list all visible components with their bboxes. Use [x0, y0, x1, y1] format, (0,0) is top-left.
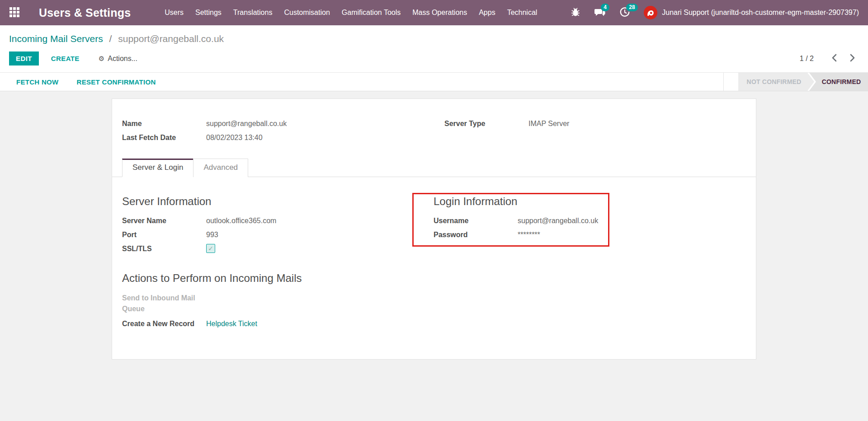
user-name-label: Junari Support (junariltd-osh-customer-e… — [662, 9, 859, 17]
password-value: ******** — [518, 230, 540, 240]
breadcrumb: Incoming Mail Servers / support@rangebal… — [0, 32, 868, 45]
field-name: Name support@rangeball.co.uk — [122, 119, 434, 129]
apps-grid-icon — [9, 7, 20, 19]
server-name-label: Server Name — [122, 216, 206, 226]
junari-logo-icon — [644, 6, 657, 19]
form-sheet: Name support@rangeball.co.uk Last Fetch … — [112, 98, 756, 360]
menu-item-settings[interactable]: Settings — [189, 0, 227, 25]
menu-item-translations[interactable]: Translations — [227, 0, 278, 25]
breadcrumb-incoming-mail-servers[interactable]: Incoming Mail Servers — [9, 33, 103, 44]
top-navbar: Users & Settings Users Settings Translat… — [0, 0, 868, 25]
tab-server-and-login[interactable]: Server & Login — [122, 159, 193, 177]
activities-count-badge: 28 — [626, 4, 637, 11]
username-label: Username — [434, 216, 518, 226]
top-field-group: Name support@rangeball.co.uk Last Fetch … — [112, 99, 756, 147]
create-new-record-label: Create a New Record — [122, 319, 206, 329]
breadcrumb-current-record: support@rangeball.co.uk — [118, 33, 224, 44]
top-field-group-left: Name support@rangeball.co.uk Last Fetch … — [122, 119, 434, 147]
record-pager: 1 / 2 — [800, 53, 858, 65]
name-value: support@rangeball.co.uk — [206, 119, 287, 129]
port-label: Port — [122, 230, 206, 240]
field-username: Username support@rangeball.co.uk — [434, 216, 745, 226]
menu-item-technical[interactable]: Technical — [501, 0, 543, 25]
debug-menu-button[interactable] — [571, 7, 580, 19]
status-step-confirmed[interactable]: CONFIRMED — [809, 73, 868, 91]
field-server-type: Server Type IMAP Server — [444, 119, 745, 129]
chevron-left-icon — [832, 54, 837, 63]
app-title[interactable]: Users & Settings — [39, 6, 131, 19]
app-menu: Users Settings Translations Customisatio… — [159, 0, 543, 25]
menu-item-apps[interactable]: Apps — [473, 0, 501, 25]
inbound-mail-queue-label: Send to Inbound Mail Queue — [122, 293, 208, 314]
user-menu-button[interactable]: Junari Support (junariltd-osh-customer-e… — [644, 6, 859, 19]
last-fetch-date-label: Last Fetch Date — [122, 133, 206, 143]
tab-content-server-and-login: Server Information Server Name outlook.o… — [112, 177, 756, 333]
menu-item-gamification-tools[interactable]: Gamification Tools — [336, 0, 406, 25]
pager-next-button[interactable] — [846, 53, 858, 65]
last-fetch-date-value: 08/02/2023 13:40 — [206, 133, 263, 143]
form-statusbar: FETCH NOW RESET CONFIRMATION NOT CONFIRM… — [0, 72, 868, 91]
control-panel: Incoming Mail Servers / support@rangebal… — [0, 25, 868, 72]
activities-menu-button[interactable]: 28 — [619, 7, 630, 19]
actions-menu-button[interactable]: ⚙ Actions... — [99, 55, 137, 63]
login-information-column: Login Information Username support@range… — [434, 177, 745, 333]
breadcrumb-separator: / — [109, 33, 112, 44]
field-ssl-tls: SSL/TLS ✓ — [122, 244, 434, 254]
status-step-not-confirmed[interactable]: NOT CONFIRMED — [738, 73, 814, 91]
messages-count-badge: 4 — [601, 4, 609, 11]
field-port: Port 993 — [122, 230, 434, 240]
menu-item-users[interactable]: Users — [159, 0, 189, 25]
edit-button[interactable]: EDIT — [9, 51, 39, 65]
bug-icon — [571, 7, 580, 19]
menu-item-mass-operations[interactable]: Mass Operations — [406, 0, 473, 25]
menu-item-customisation[interactable]: Customisation — [278, 0, 335, 25]
gear-icon: ⚙ — [99, 55, 104, 63]
control-panel-buttons: EDIT CREATE ⚙ Actions... 1 / 2 — [0, 51, 868, 65]
server-name-value: outlook.office365.com — [206, 216, 276, 226]
helpdesk-ticket-link[interactable]: Helpdesk Ticket — [206, 319, 257, 329]
login-information-title: Login Information — [434, 195, 745, 208]
messages-menu-button[interactable]: 4 — [594, 7, 606, 19]
chevron-right-icon — [850, 54, 855, 63]
notebook-tabs: Server & Login Advanced — [112, 159, 756, 177]
field-password: Password ******** — [434, 230, 745, 240]
status-steps: NOT CONFIRMED CONFIRMED — [723, 73, 868, 91]
password-label: Password — [434, 230, 518, 240]
actions-section-title: Actions to Perform on Incoming Mails — [122, 272, 434, 285]
server-information-title: Server Information — [122, 195, 434, 208]
name-label: Name — [122, 119, 206, 129]
username-value: support@rangeball.co.uk — [518, 216, 598, 226]
server-information-column: Server Information Server Name outlook.o… — [122, 177, 434, 333]
field-create-new-record: Create a New Record Helpdesk Ticket — [122, 319, 434, 329]
server-type-value: IMAP Server — [528, 119, 569, 129]
tab-advanced[interactable]: Advanced — [193, 159, 248, 177]
reset-confirmation-button[interactable]: RESET CONFIRMATION — [77, 78, 156, 86]
ssl-tls-checkbox-checked[interactable]: ✓ — [206, 244, 215, 253]
top-field-group-right: Server Type IMAP Server — [434, 119, 745, 147]
ssl-tls-label: SSL/TLS — [122, 244, 206, 254]
actions-label: Actions... — [108, 55, 137, 63]
create-button[interactable]: CREATE — [51, 55, 80, 62]
fetch-now-button[interactable]: FETCH NOW — [16, 78, 59, 86]
pager-previous-button[interactable] — [828, 53, 840, 65]
apps-menu-button[interactable] — [5, 0, 24, 25]
server-type-label: Server Type — [444, 119, 528, 129]
port-value: 993 — [206, 230, 218, 240]
field-last-fetch-date: Last Fetch Date 08/02/2023 13:40 — [122, 133, 434, 143]
systray: 4 28 Junari Support (junariltd-osh-custo… — [571, 6, 859, 19]
field-server-name: Server Name outlook.office365.com — [122, 216, 434, 226]
pager-value: 1 / 2 — [800, 55, 814, 63]
